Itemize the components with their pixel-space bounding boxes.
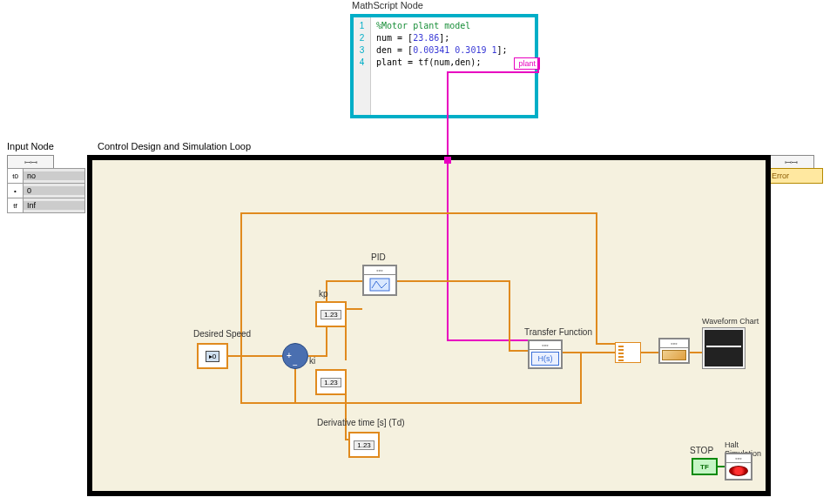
line-num: 4 [355,57,368,69]
wire-plant [447,160,449,341]
wire [345,308,362,310]
wire [240,212,597,214]
numeric-icon: 1.23 [354,440,375,450]
summing-junction[interactable] [282,343,308,369]
wire-plant [447,71,539,73]
chart-screen-icon [705,330,743,366]
vi-header-icon: ◦◦◦ [530,341,561,350]
output-node[interactable]: ◦─◦─◦ Error [767,155,823,184]
input-row-t0[interactable]: t0 no [7,168,85,184]
waveform-chart-label: Waveform Chart [702,317,759,326]
svg-rect-0 [370,279,389,291]
wire-plant [447,339,528,341]
pid-vi[interactable]: ◦◦◦ [362,265,397,296]
mathscript-node[interactable]: 1 2 3 4 %Motor plant model num = [23.86]… [350,14,538,118]
code-number: 0.00341 0.3019 1 [413,45,496,55]
vi-header-icon: ◦◦◦ [726,454,751,463]
clock-icon: t0 [8,169,24,183]
dot-icon: • [8,184,24,198]
code-text: num = [ [376,33,413,43]
desired-speed-label: Desired Speed [193,329,251,339]
code-text: ]; [439,33,449,43]
input-row-step[interactable]: • 0 [7,183,85,198]
vi-header-icon: ◦◦◦ [364,266,395,275]
code-comment: %Motor plant model [376,21,470,30]
wire [240,402,582,404]
input-node[interactable]: ◦─◦─◦ t0 no • 0 tf Inf [7,155,85,213]
mathscript-title: MathScript Node [352,0,423,10]
line-num: 1 [355,20,368,32]
wire [596,343,615,345]
input-node-label: Input Node [7,141,54,151]
signal-collector[interactable] [615,342,641,363]
input-row-tf[interactable]: tf Inf [7,198,85,213]
output-node-header: ◦─◦─◦ [767,155,814,169]
stop-button-terminal[interactable]: TF [692,458,718,475]
transfer-function-icon: H(s) [531,352,559,366]
code-number: 23.86 [413,33,439,43]
vi-header-icon: ◦◦◦ [660,339,688,348]
wire [509,350,528,352]
wire-plant [447,71,449,155]
line-num: 3 [355,44,368,57]
simulation-loop-label: Control Design and Simulation Loop [98,141,251,151]
output-error-row[interactable]: Error [767,168,823,184]
transfer-function-label: Transfer Function [524,327,592,337]
numeric-icon: 1.23 [321,310,341,319]
waveform-chart-indicator[interactable] [702,327,746,369]
wire [228,355,282,357]
wire [509,280,510,352]
wire [397,280,510,282]
code-text: ]; [496,45,507,55]
halt-button-icon [729,466,748,476]
td-label: Derivative time [s] (Td) [317,418,405,427]
pid-label: PID [371,252,386,262]
ki-label: ki [309,356,315,366]
wire [326,280,362,282]
stop-label: STOP [690,446,713,455]
wire [718,466,725,467]
line-numbers: 1 2 3 4 [354,17,371,115]
pid-icon [364,275,395,294]
kp-control[interactable]: 1.23 [315,301,347,327]
input-value: no [24,171,84,180]
td-control[interactable]: 1.23 [348,432,380,458]
simulation-loop[interactable]: Desired Speed ▸0 kp 1.23 ki 1.23 Derivat… [87,155,771,496]
wire [580,352,582,404]
numeric-icon: 1.23 [321,378,341,387]
wire [240,212,242,404]
line-num: 2 [355,32,368,44]
build-waveform-vi[interactable]: ◦◦◦ [658,338,690,364]
clock-end-icon: tf [8,198,24,212]
input-value: 0 [24,186,84,195]
desired-speed-control[interactable]: ▸0 [197,343,228,369]
input-value: Inf [24,201,84,210]
wire [294,367,296,404]
code-area[interactable]: %Motor plant model num = [23.86]; den = … [371,17,535,115]
halt-simulation-vi[interactable]: ◦◦◦ [725,453,752,480]
ki-control[interactable]: 1.23 [315,369,347,395]
numeric-icon: ▸0 [206,351,219,362]
input-node-header: ◦─◦─◦ [7,155,54,169]
graph-icon [662,350,686,360]
code-text: plant = tf(num,den); [376,57,481,67]
mathscript-output-terminal[interactable]: plant [514,57,540,70]
wire [596,212,597,345]
code-text: den = [ [376,45,413,55]
transfer-function-vi[interactable]: ◦◦◦ H(s) [528,339,563,369]
kp-label: kp [319,289,328,299]
